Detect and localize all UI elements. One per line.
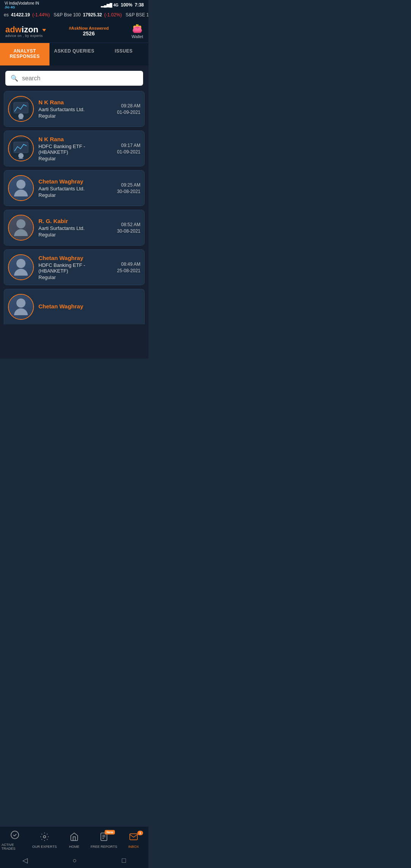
list-item[interactable]: Chetan Waghray HDFC Banking ETF -(HBANKE… [4, 249, 145, 285]
app-header: adwizon advice on , by experts #AskNow A… [0, 20, 148, 43]
carrier-info: Vi India|Vodafone IN Jio 4G [5, 1, 39, 9]
search-input[interactable] [22, 75, 138, 82]
date-value: 01-09-2021 [106, 149, 140, 155]
avatar [8, 254, 34, 280]
list-item[interactable]: R. G. Kabir Aarti Surfactants Ltd. Regul… [4, 210, 145, 246]
logo-area[interactable]: adwizon advice on , by experts [5, 25, 46, 38]
battery-level: 100% [121, 2, 132, 8]
time-value: 08:52 AM [106, 222, 140, 227]
plan-type: Regular [38, 192, 102, 198]
asknow-label: #AskNow Answered [69, 26, 109, 30]
item-content: Chetan Waghray Aarti Surfactants Ltd. Re… [38, 178, 102, 198]
date-value: 30-08-2021 [106, 228, 140, 234]
time-value: 09:28 AM [106, 103, 140, 108]
search-container: 🔍 [0, 65, 148, 91]
tab-analyst-responses[interactable]: ANALYST RESPONSES [0, 43, 49, 65]
stock-name: HDFC Banking ETF -(HBANKETF) [38, 262, 102, 274]
list-item[interactable]: Chetan Waghray Aarti Surfactants Ltd. Re… [4, 170, 145, 206]
item-time: 09:25 AM 30-08-2021 [106, 182, 140, 194]
analyst-name: Chetan Waghray [38, 178, 102, 185]
wallet-label: Wallet [132, 34, 143, 39]
avatar [8, 96, 34, 122]
status-bar: Vi India|Vodafone IN Jio 4G ▂▄▆█ 4G 100%… [0, 0, 148, 10]
search-icon: 🔍 [11, 75, 18, 82]
clock: 7:38 [135, 2, 144, 8]
time-value: 08:49 AM [106, 262, 140, 267]
item-time: 08:52 AM 30-08-2021 [106, 222, 140, 234]
app-logo: adwizon [5, 25, 46, 35]
list-item-partial[interactable]: Chetan Waghray [4, 289, 145, 324]
item-content: Chetan Waghray [38, 303, 140, 311]
stock-name: Aarti Surfactants Ltd. [38, 225, 102, 231]
avatar [8, 136, 34, 161]
signal-icon: ▂▄▆█ 4G [101, 3, 118, 7]
ticker-bar: es 41422.19 (-1.44%) S&P Bse 100 17925.3… [0, 10, 148, 20]
tab-bar: ANALYST RESPONSES ASKED QUERIES ISSUES [0, 43, 148, 65]
svg-point-6 [18, 153, 24, 158]
status-right: ▂▄▆█ 4G 100% 7:38 [101, 2, 144, 8]
ticker-item-3: S&P BSE 100 ESG Index 293.45 [126, 12, 148, 18]
item-time: 09:17 AM 01-09-2021 [106, 143, 140, 155]
list-item[interactable]: N K Rana HDFC Banking ETF -(HBANKETF) Re… [4, 131, 145, 166]
analyst-name: Chetan Waghray [38, 303, 140, 310]
item-content: N K Rana HDFC Banking ETF -(HBANKETF) Re… [38, 136, 102, 161]
chart-avatar-svg [11, 99, 31, 119]
item-content: Chetan Waghray HDFC Banking ETF -(HBANKE… [38, 255, 102, 280]
plan-type: Regular [38, 274, 102, 280]
avatar [8, 215, 34, 241]
svg-rect-1 [14, 102, 28, 113]
chart-avatar-svg [11, 138, 31, 159]
item-time: 09:28 AM 01-09-2021 [106, 103, 140, 115]
network-name: Jio 4G [5, 5, 39, 9]
analyst-name: N K Rana [38, 136, 102, 142]
stock-name: Aarti Surfactants Ltd. [38, 186, 102, 191]
ticker-item-2: S&P Bse 100 17925.32 (-1.02%) [54, 12, 122, 18]
tab-asked-queries[interactable]: ASKED QUERIES [49, 43, 99, 65]
wallet-button[interactable]: 👛 Wallet [132, 24, 143, 39]
analyst-response-list: N K Rana Aarti Surfactants Ltd. Regular … [0, 91, 148, 359]
carrier-name: Vi India|Vodafone IN [5, 1, 39, 5]
logo-subtitle: advice on , by experts [5, 34, 46, 38]
tab-issues[interactable]: ISSUES [99, 43, 148, 65]
item-content: R. G. Kabir Aarti Surfactants Ltd. Regul… [38, 218, 102, 238]
ticker-item-1: es 41422.19 (-1.44%) [4, 12, 50, 18]
wallet-icon: 👛 [132, 24, 142, 34]
svg-point-2 [18, 113, 24, 119]
item-content: N K Rana Aarti Surfactants Ltd. Regular [38, 99, 102, 119]
time-value: 09:25 AM [106, 182, 140, 188]
avatar [8, 294, 34, 320]
plan-type: Regular [38, 232, 102, 238]
list-item[interactable]: N K Rana Aarti Surfactants Ltd. Regular … [4, 91, 145, 127]
avatar [8, 175, 34, 201]
analyst-name: R. G. Kabir [38, 218, 102, 224]
stock-name: Aarti Surfactants Ltd. [38, 107, 102, 112]
analyst-name: N K Rana [38, 99, 102, 105]
date-value: 25-08-2021 [106, 268, 140, 273]
stock-name: HDFC Banking ETF -(HBANKETF) [38, 144, 102, 155]
time-value: 09:17 AM [106, 143, 140, 148]
search-box: 🔍 [5, 71, 143, 86]
plan-type: Regular [38, 113, 102, 119]
asknow-info: #AskNow Answered 2526 [69, 26, 109, 37]
analyst-name: Chetan Waghray [38, 255, 102, 261]
plan-type: Regular [38, 156, 102, 161]
asknow-count: 2526 [69, 30, 109, 37]
date-value: 01-09-2021 [106, 110, 140, 115]
date-value: 30-08-2021 [106, 189, 140, 194]
item-time: 08:49 AM 25-08-2021 [106, 262, 140, 273]
svg-rect-5 [14, 142, 28, 153]
